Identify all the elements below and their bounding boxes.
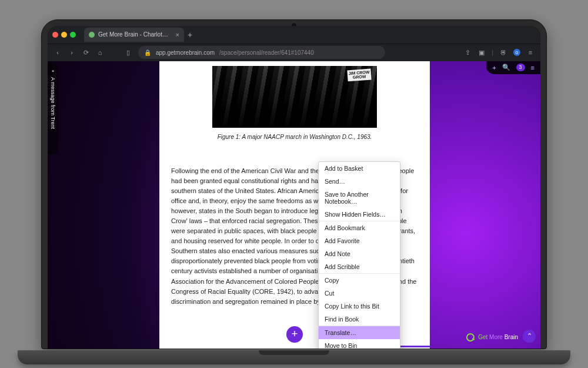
- context-menu-item[interactable]: Add Scribble: [319, 260, 400, 273]
- close-icon[interactable]: ×: [51, 68, 56, 74]
- browser-tab[interactable]: Get More Brain - Charlottes N ×: [84, 28, 184, 42]
- brand-label: Get More Brain: [466, 333, 518, 342]
- shield-icon[interactable]: ⛨: [499, 49, 507, 56]
- context-menu-item[interactable]: Translate…: [319, 326, 400, 339]
- chevron-up-button[interactable]: ⌃: [523, 330, 536, 343]
- close-tab-button[interactable]: ×: [176, 31, 179, 38]
- context-menu-item[interactable]: Add Bookmark: [319, 221, 400, 234]
- tab-bar: Get More Brain - Charlottes N × +: [48, 26, 540, 44]
- context-menu-item[interactable]: Find in Book: [319, 313, 400, 326]
- context-menu-item[interactable]: Show Hidden Fields…: [319, 208, 400, 221]
- figure: JIM CROWGROW Figure 1: A major NAACP mar…: [171, 66, 418, 142]
- top-toolbar: + 🔍 3 ≡: [486, 61, 540, 74]
- reload-button[interactable]: ⟳: [82, 49, 90, 57]
- tab-title: Get More Brain - Charlottes N: [98, 31, 170, 38]
- context-menu-item[interactable]: Move to Bin: [319, 339, 400, 349]
- home-button[interactable]: ⌂: [96, 49, 104, 56]
- minimize-window-button[interactable]: [61, 32, 67, 38]
- context-menu-item[interactable]: Copy: [319, 274, 400, 287]
- brand-bubble-icon: [466, 333, 475, 342]
- add-button[interactable]: +: [492, 64, 496, 71]
- context-menu-item[interactable]: Send…: [319, 175, 400, 188]
- context-menu: Add to BasketSend…Save to Another Notebo…: [318, 161, 400, 349]
- search-icon[interactable]: 🔍: [502, 64, 510, 71]
- menu-icon[interactable]: ≡: [526, 49, 534, 56]
- figure-caption: Figure 1: A major NAACP march in Washing…: [171, 132, 418, 142]
- context-menu-item[interactable]: Add Note: [319, 247, 400, 260]
- browser-chrome: Get More Brain - Charlottes N × + ‹ › ⟳ …: [48, 26, 540, 61]
- side-message-label: A message from Trent: [50, 77, 56, 129]
- context-menu-item[interactable]: Add Favorite: [319, 234, 400, 247]
- favicon-icon: [89, 32, 95, 38]
- side-message-panel[interactable]: × A message from Trent: [48, 64, 58, 154]
- add-content-button[interactable]: +: [286, 326, 303, 343]
- figure-image: JIM CROWGROW: [212, 66, 377, 128]
- context-menu-item[interactable]: Cut: [319, 287, 400, 300]
- context-menu-item[interactable]: Save to Another Notebook…: [319, 188, 400, 208]
- window-controls: [52, 32, 76, 38]
- screen: Get More Brain - Charlottes N × + ‹ › ⟳ …: [48, 26, 540, 349]
- hamburger-icon[interactable]: ≡: [531, 64, 534, 71]
- back-button[interactable]: ‹: [54, 49, 62, 56]
- bookmark-icon[interactable]: ▯: [124, 49, 132, 57]
- address-input[interactable]: 🔒 app.getmorebrain.com/space/personal/re…: [138, 46, 385, 59]
- share-icon[interactable]: ⇪: [463, 49, 472, 57]
- laptop-base: [18, 350, 570, 364]
- url-bar: ‹ › ⟳ ⌂ ▯ 🔒 app.getmorebrain.com/space/p…: [48, 44, 540, 61]
- close-window-button[interactable]: [52, 32, 58, 38]
- pip-icon[interactable]: ▣: [477, 49, 486, 57]
- url-path: /space/personal/reader/641#107440: [219, 49, 314, 56]
- protest-sign: JIM CROWGROW: [348, 68, 372, 81]
- notification-badge[interactable]: 3: [516, 64, 525, 71]
- app-viewport: × A message from Trent + 🔍 3 ≡ JIM CROWG…: [48, 61, 540, 349]
- context-menu-item[interactable]: Add to Basket: [319, 162, 400, 175]
- indicator-badge: 0: [513, 49, 520, 56]
- laptop-frame: Get More Brain - Charlottes N × + ‹ › ⟳ …: [41, 19, 547, 349]
- forward-button[interactable]: ›: [68, 49, 76, 56]
- maximize-window-button[interactable]: [70, 32, 76, 38]
- lock-icon: 🔒: [144, 49, 151, 56]
- context-menu-item[interactable]: Copy Link to this Bit: [319, 300, 400, 313]
- url-host: app.getmorebrain.com: [156, 49, 215, 56]
- new-tab-button[interactable]: +: [188, 30, 192, 39]
